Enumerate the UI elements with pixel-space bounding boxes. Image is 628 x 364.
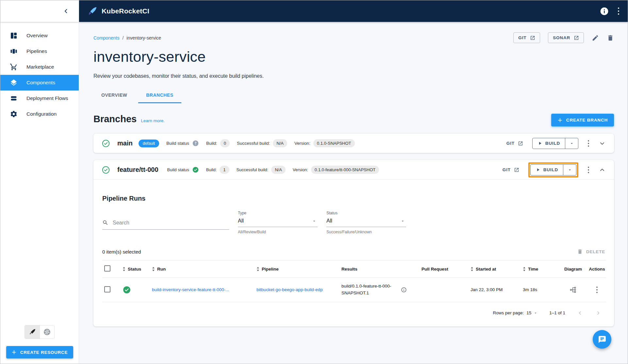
status-select[interactable]: All [326, 215, 406, 227]
select-all-checkbox[interactable] [104, 265, 110, 272]
more-menu-button[interactable] [617, 7, 620, 15]
sort-icon[interactable] [471, 267, 473, 272]
branch-git-link[interactable]: GIT [506, 141, 523, 146]
sidebar-item-marketplace[interactable]: Marketplace [0, 59, 79, 75]
info-button[interactable] [600, 7, 609, 16]
pipeline-link[interactable]: bitbucket-go-beego-app-build-edp [256, 287, 338, 292]
version-meta: Version: 0.1.0-feature/tt-000-SNAPSHOT [293, 166, 379, 174]
table-header-row: Status Run Pipeline Results Pull Request [102, 260, 606, 278]
sidebar-collapse-icon[interactable] [63, 8, 69, 14]
diagram-button[interactable] [570, 286, 577, 293]
rows-per-page-select[interactable]: 15 [526, 310, 537, 315]
app-title: KubeRocketCI [102, 7, 149, 15]
sidebar-item-pipelines[interactable]: Pipelines [0, 43, 79, 59]
status-select-value: All [326, 218, 332, 224]
expand-branch-button[interactable] [599, 140, 606, 147]
branches-section-head: Branches Learn more. CREATE BRANCH [93, 114, 614, 126]
status-filter-helper: Success/Failure/Unknown [326, 230, 406, 234]
rows-per-page: Rows per page: 15 [493, 310, 538, 315]
tab-branches[interactable]: BRANCHES [138, 88, 181, 103]
breadcrumb-current: inventory-service [126, 35, 161, 41]
column-header-pipeline[interactable]: Pipeline [262, 267, 279, 272]
build-status-meta: Build status [166, 140, 199, 147]
sidebar-item-deployment-flows[interactable]: Deployment Flows [0, 91, 79, 106]
row-menu-button[interactable] [596, 286, 598, 293]
branch-git-link[interactable]: GIT [503, 167, 519, 173]
gear-icon [10, 110, 18, 118]
page-title: inventory-service [93, 48, 614, 65]
successful-build-pill: N/A [273, 139, 287, 147]
branch-menu-button[interactable] [587, 166, 589, 174]
previous-page-button[interactable] [577, 310, 583, 316]
kubernetes-view-toggle[interactable] [40, 325, 54, 339]
build-status-label: Build status [166, 141, 189, 146]
trash-icon [607, 34, 614, 41]
type-filter: Type All All/Review/Build [238, 211, 318, 234]
version-label: Version: [294, 141, 310, 146]
build-button-label: BUILD [543, 167, 558, 172]
sort-icon[interactable] [256, 267, 259, 272]
build-button[interactable]: BUILD [531, 165, 563, 175]
delete-runs-button[interactable]: DELETE [577, 249, 605, 255]
search-field [102, 220, 229, 230]
pagination-range: 1–1 of 1 [549, 310, 565, 315]
branch-card-main: main default Build status Build: 0 Succe… [93, 134, 614, 153]
create-branch-button[interactable]: CREATE BRANCH [551, 114, 614, 126]
column-header-time[interactable]: Time [528, 267, 538, 272]
learn-more-link[interactable]: Learn more. [141, 118, 165, 123]
sort-icon[interactable] [523, 267, 526, 272]
status-filter: Status All Success/Failure/Unknown [326, 211, 406, 234]
create-resource-button[interactable]: CREATE RESOURCE [6, 346, 73, 358]
dashboard-icon [10, 32, 18, 40]
sidebar-footer: CREATE RESOURCE [0, 325, 79, 364]
chevron-down-icon [534, 311, 537, 315]
chat-fab-button[interactable] [593, 330, 611, 349]
row-select-checkbox[interactable] [104, 286, 110, 292]
type-select[interactable]: All [238, 215, 318, 227]
play-icon [536, 167, 540, 172]
chevron-right-icon [595, 310, 601, 316]
search-input[interactable] [113, 220, 229, 226]
type-select-value: All [238, 218, 244, 224]
branch-health-check-icon [102, 139, 110, 148]
branch-name: feature/tt-000 [117, 166, 158, 174]
build-status-unknown-icon [192, 140, 199, 147]
build-options-button[interactable] [565, 138, 578, 149]
version-pill: 0.1.0-feature/tt-000-SNAPSHOT [311, 166, 379, 174]
collapse-branch-button[interactable] [599, 166, 606, 174]
create-resource-label: CREATE RESOURCE [20, 350, 68, 355]
sidebar-item-configuration[interactable]: Configuration [0, 106, 79, 122]
edit-button[interactable] [592, 34, 599, 41]
tab-overview[interactable]: OVERVIEW [93, 88, 135, 103]
delete-component-button[interactable] [607, 34, 614, 41]
build-options-button[interactable] [563, 165, 576, 175]
column-header-pull-request: Pull Request [421, 267, 448, 272]
tabs: OVERVIEW BRANCHES [93, 88, 614, 103]
git-external-button[interactable]: GIT [513, 32, 540, 43]
branch-menu-button[interactable] [587, 140, 589, 147]
run-link[interactable]: build-inventory-service-feature-tt-000-.… [152, 287, 253, 292]
sidebar-item-overview[interactable]: Overview [0, 28, 79, 43]
column-header-run[interactable]: Run [157, 267, 166, 272]
git-button-label: GIT [518, 35, 526, 40]
breadcrumb-components-link[interactable]: Components [93, 35, 119, 41]
build-count-pill: 0 [220, 139, 230, 147]
external-link-icon [514, 167, 519, 173]
app-window: Overview Pipelines Marketplace Component… [0, 0, 628, 364]
column-header-started-at[interactable]: Started at [476, 267, 496, 272]
sonar-external-button[interactable]: SONAR [548, 32, 584, 43]
pagination: Rows per page: 15 1–1 of 1 [102, 302, 605, 319]
sort-icon[interactable] [152, 267, 155, 272]
sidebar-item-components[interactable]: Components [0, 75, 79, 91]
build-button[interactable]: BUILD [533, 138, 565, 149]
plus-icon [11, 350, 17, 355]
type-filter-label: Type [238, 211, 318, 215]
next-page-button[interactable] [595, 310, 601, 316]
page-head: Components / inventory-service GIT SONAR [93, 32, 614, 43]
kuberocketci-view-toggle[interactable] [25, 325, 40, 339]
info-outline-icon[interactable] [401, 287, 407, 293]
column-header-status[interactable]: Status [128, 267, 141, 272]
sort-icon[interactable] [123, 267, 125, 272]
git-link-label: GIT [503, 167, 511, 172]
chevron-up-icon [599, 166, 606, 174]
